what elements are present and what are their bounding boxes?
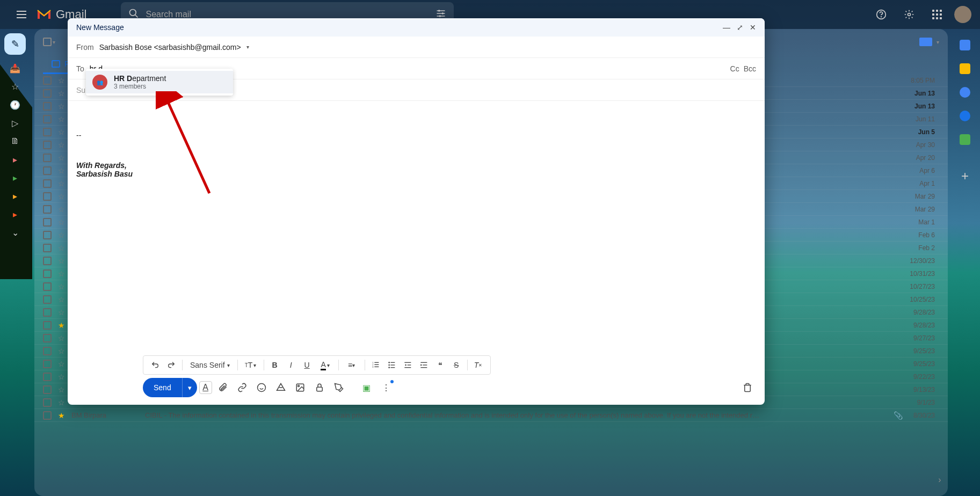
bold-button[interactable]: B bbox=[267, 358, 282, 373]
font-size-button[interactable]: TT▾ bbox=[241, 358, 260, 373]
email-checkbox[interactable] bbox=[43, 360, 52, 368]
discard-draft-button[interactable] bbox=[739, 379, 756, 396]
email-checkbox[interactable] bbox=[43, 347, 52, 355]
text-format-toggle[interactable]: A bbox=[199, 381, 212, 394]
remove-formatting-button[interactable]: T✕ bbox=[471, 358, 486, 373]
star-icon[interactable]: ☆ bbox=[58, 141, 65, 149]
star-icon[interactable]: ☆ bbox=[58, 244, 65, 252]
compose-header[interactable]: New Message — ⤢ ✕ bbox=[68, 18, 765, 37]
underline-button[interactable]: U bbox=[300, 358, 315, 373]
star-icon[interactable]: ☆ bbox=[58, 128, 65, 136]
support-button[interactable] bbox=[870, 4, 892, 25]
email-checkbox[interactable] bbox=[43, 179, 52, 188]
font-selector[interactable]: Sans Serif ▾ bbox=[186, 361, 234, 369]
addon-app[interactable] bbox=[960, 134, 970, 145]
bcc-button[interactable]: Bcc bbox=[744, 64, 756, 73]
redo-button[interactable] bbox=[164, 358, 179, 373]
account-avatar[interactable] bbox=[954, 6, 971, 23]
tasks-app[interactable] bbox=[960, 87, 970, 98]
confidential-mode-button[interactable] bbox=[311, 379, 328, 396]
cc-button[interactable]: Cc bbox=[730, 64, 739, 73]
settings-button[interactable] bbox=[898, 4, 920, 25]
star-icon[interactable]: ☆ bbox=[58, 282, 65, 291]
label-nav-2[interactable]: ▸ bbox=[6, 173, 24, 183]
star-icon[interactable]: ☆ bbox=[58, 295, 65, 304]
italic-button[interactable]: I bbox=[284, 358, 299, 373]
apps-button[interactable] bbox=[926, 4, 948, 25]
email-row[interactable]: ★ BM Birpara CIBIL - The information con… bbox=[34, 409, 948, 422]
email-checkbox[interactable] bbox=[43, 398, 52, 407]
quote-button[interactable]: ❝ bbox=[433, 358, 448, 373]
star-icon[interactable]: ☆ bbox=[58, 334, 65, 342]
label-nav-3[interactable]: ▸ bbox=[6, 191, 24, 201]
insert-link-button[interactable] bbox=[234, 379, 251, 396]
email-checkbox[interactable] bbox=[43, 321, 52, 330]
star-icon[interactable]: ☆ bbox=[58, 218, 65, 227]
suggestion-item[interactable]: 👥 HR Department 3 members bbox=[86, 71, 233, 93]
starred-nav[interactable]: ☆ bbox=[6, 82, 24, 91]
bullet-list-button[interactable] bbox=[384, 358, 400, 373]
send-options-button[interactable]: ▾ bbox=[182, 378, 197, 397]
email-checkbox[interactable] bbox=[43, 154, 52, 162]
more-options-button[interactable]: ⋮ bbox=[378, 379, 395, 396]
from-row[interactable]: From Sarbasish Bose <sarbasishb@gmail.co… bbox=[68, 37, 765, 58]
email-checkbox[interactable] bbox=[43, 269, 52, 278]
email-checkbox[interactable] bbox=[43, 192, 52, 201]
star-icon[interactable]: ★ bbox=[58, 321, 65, 330]
indent-less-button[interactable] bbox=[401, 358, 416, 373]
star-icon[interactable]: ☆ bbox=[58, 231, 65, 239]
insert-photo-button[interactable] bbox=[292, 379, 309, 396]
email-checkbox[interactable] bbox=[43, 231, 52, 239]
drafts-nav[interactable]: 🗎 bbox=[6, 136, 24, 146]
more-nav[interactable]: ⌄ bbox=[6, 228, 24, 237]
star-icon[interactable]: ☆ bbox=[58, 115, 65, 123]
close-button[interactable]: ✕ bbox=[750, 23, 756, 32]
main-menu-button[interactable] bbox=[9, 2, 34, 27]
email-checkbox[interactable] bbox=[43, 385, 52, 394]
label-nav-4[interactable]: ▸ bbox=[6, 209, 24, 219]
compose-button[interactable]: ✎ bbox=[4, 33, 26, 55]
email-checkbox[interactable] bbox=[43, 141, 52, 149]
email-checkbox[interactable] bbox=[43, 257, 52, 265]
email-checkbox[interactable] bbox=[43, 76, 52, 85]
calendar-app[interactable] bbox=[960, 40, 970, 50]
sent-nav[interactable]: ▷ bbox=[6, 118, 24, 128]
inbox-nav[interactable]: 📥 bbox=[6, 63, 24, 73]
strikethrough-button[interactable]: S bbox=[449, 358, 464, 373]
send-button[interactable]: Send bbox=[143, 378, 182, 397]
star-icon[interactable]: ☆ bbox=[58, 192, 65, 201]
email-checkbox[interactable] bbox=[43, 218, 52, 227]
align-button[interactable]: ≡▾ bbox=[342, 358, 361, 373]
undo-button[interactable] bbox=[148, 358, 163, 373]
add-addon-button[interactable]: + bbox=[961, 169, 969, 184]
scroll-right-button[interactable]: › bbox=[932, 464, 948, 496]
insert-drive-button[interactable] bbox=[272, 379, 289, 396]
snoozed-nav[interactable]: 🕐 bbox=[6, 100, 24, 110]
minimize-button[interactable]: — bbox=[723, 23, 730, 32]
email-checkbox[interactable] bbox=[43, 244, 52, 252]
email-checkbox[interactable] bbox=[43, 102, 52, 111]
star-icon[interactable]: ☆ bbox=[58, 385, 65, 394]
numbered-list-button[interactable]: 123 bbox=[368, 358, 383, 373]
star-icon[interactable]: ☆ bbox=[58, 76, 65, 85]
star-icon[interactable]: ☆ bbox=[58, 360, 65, 368]
email-checkbox[interactable] bbox=[43, 282, 52, 291]
text-color-button[interactable]: A▾ bbox=[316, 358, 335, 373]
email-checkbox[interactable] bbox=[43, 308, 52, 317]
email-checkbox[interactable] bbox=[43, 334, 52, 342]
email-checkbox[interactable] bbox=[43, 89, 52, 98]
insert-signature-button[interactable] bbox=[330, 379, 347, 396]
label-nav-1[interactable]: ▸ bbox=[6, 155, 24, 164]
email-checkbox[interactable] bbox=[43, 373, 52, 381]
email-checkbox[interactable] bbox=[43, 205, 52, 214]
fullscreen-button[interactable]: ⤢ bbox=[737, 23, 743, 32]
attach-file-button[interactable] bbox=[214, 379, 231, 396]
keep-app[interactable] bbox=[960, 63, 970, 74]
star-icon[interactable]: ☆ bbox=[58, 398, 65, 407]
star-icon[interactable]: ☆ bbox=[58, 154, 65, 162]
email-checkbox[interactable] bbox=[43, 295, 52, 304]
star-icon[interactable]: ☆ bbox=[58, 102, 65, 111]
star-icon[interactable]: ☆ bbox=[58, 347, 65, 355]
insert-emoji-button[interactable] bbox=[253, 379, 270, 396]
star-icon[interactable]: ☆ bbox=[58, 205, 65, 214]
